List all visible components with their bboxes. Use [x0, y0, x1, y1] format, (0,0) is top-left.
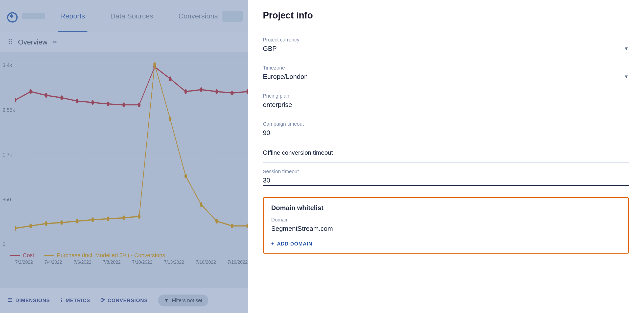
timezone-dropdown-arrow[interactable]: ▼ [624, 74, 629, 80]
svg-point-5 [15, 98, 16, 103]
timezone-value: Europe/London [263, 73, 308, 81]
offline-timeout-field-group: Offline conversion timeout [263, 143, 629, 163]
currency-label: Project currency [263, 37, 629, 43]
svg-point-12 [122, 102, 125, 107]
chart-svg-container [15, 57, 248, 247]
svg-point-7 [45, 93, 48, 98]
y-axis: 3.4k 2.55k 1.7k 850 0 [3, 62, 15, 247]
grid-icon: ⠿ [8, 38, 13, 47]
x-label-5: 7/13/2022 [164, 260, 184, 265]
tab-reports[interactable]: Reports [58, 0, 87, 32]
svg-point-13 [138, 102, 141, 107]
svg-point-26 [91, 217, 94, 222]
pricing-label: Pricing plan [263, 93, 629, 99]
svg-point-30 [153, 62, 156, 67]
domain-whitelist-box: Domain whitelist Domain SegmentStream.co… [263, 197, 629, 254]
timezone-label: Timezone [263, 65, 629, 71]
overview-bar: ⠿ Overview ✏ [0, 32, 248, 52]
logo-area [5, 10, 56, 23]
chart-legend: Cost Purchase (incl. Modelled 5%) - Conv… [10, 252, 165, 259]
currency-value: GBP [263, 45, 277, 53]
timezone-select-row[interactable]: Europe/London ▼ [263, 73, 629, 81]
offline-timeout-label: Offline conversion timeout [263, 149, 629, 156]
y-label-1: 1.7k [3, 152, 15, 158]
x-axis: 7/2/2022 7/4/2022 7/6/2022 7/8/2022 7/10… [15, 260, 248, 265]
metrics-icon: ⫶ [60, 297, 63, 304]
metrics-label: METRICS [66, 298, 90, 303]
svg-point-32 [185, 174, 187, 178]
currency-select-row[interactable]: GBP ▼ [263, 45, 629, 53]
metrics-button[interactable]: ⫶ METRICS [60, 297, 90, 304]
x-label-3: 7/8/2022 [103, 260, 121, 265]
chart-svg [15, 57, 248, 247]
y-label-2: 2.55k [3, 107, 15, 113]
legend-conversions: Purchase (incl. Modelled 5%) - Conversio… [44, 252, 165, 259]
svg-point-6 [29, 89, 32, 94]
svg-point-15 [169, 76, 171, 81]
session-timeout-label: Session timeout [263, 169, 629, 174]
svg-point-21 [15, 226, 16, 231]
legend-cost: Cost [10, 252, 34, 259]
svg-point-31 [169, 117, 171, 122]
campaign-timeout-value: 90 [263, 129, 629, 137]
filter-button[interactable]: ▼ Filters not set [158, 295, 209, 306]
tab-conversions[interactable]: Conversions [176, 0, 220, 32]
session-timeout-field-group: Session timeout [263, 163, 629, 192]
domain-value: SegmentStream.com [271, 225, 620, 236]
x-label-7: 7/19/2022 [227, 260, 248, 265]
pricing-field-group: Pricing plan enterprise [263, 87, 629, 115]
conversions-label: CONVERSIONS [108, 298, 148, 303]
svg-point-18 [215, 89, 218, 94]
svg-point-9 [76, 99, 78, 103]
nav-tabs: Reports Data Sources Conversions [56, 0, 222, 32]
svg-point-29 [138, 214, 141, 219]
svg-point-34 [215, 219, 218, 223]
add-domain-plus-icon: + [271, 241, 274, 247]
y-label-3: 3.4k [3, 62, 15, 68]
timezone-field-group: Timezone Europe/London ▼ [263, 59, 629, 87]
x-label-1: 7/4/2022 [44, 260, 62, 265]
panel-title: Project info [263, 10, 629, 21]
svg-point-19 [231, 91, 234, 95]
left-panel: Reports Data Sources Conversions ⠿ Overv… [0, 0, 248, 313]
x-label-6: 7/16/2022 [196, 260, 216, 265]
svg-point-17 [200, 87, 202, 92]
session-timeout-input[interactable] [263, 176, 629, 186]
logo-text [22, 13, 45, 19]
right-panel: Project info Project currency GBP ▼ Time… [248, 0, 644, 313]
svg-point-35 [231, 223, 234, 228]
dimensions-label: DIMENSIONS [15, 298, 50, 303]
dimensions-button[interactable]: ☰ DIMENSIONS [8, 297, 50, 304]
conversions-icon: ⟳ [100, 297, 105, 304]
filter-icon: ▼ [164, 298, 169, 303]
svg-point-23 [45, 221, 48, 226]
y-label-0: 850 [3, 197, 15, 203]
legend-line-conversions [44, 255, 54, 256]
svg-point-10 [91, 100, 94, 105]
conversions-button[interactable]: ⟳ CONVERSIONS [100, 297, 148, 304]
domain-field-label: Domain [271, 217, 620, 223]
svg-point-33 [200, 202, 202, 207]
add-domain-label: ADD DOMAIN [277, 241, 312, 247]
legend-line-cost [10, 255, 20, 256]
campaign-timeout-label: Campaign timeout [263, 121, 629, 127]
svg-point-16 [185, 89, 187, 94]
nav-right-button[interactable] [222, 11, 243, 22]
add-domain-button[interactable]: + ADD DOMAIN [271, 241, 620, 247]
svg-point-22 [29, 223, 32, 228]
currency-dropdown-arrow[interactable]: ▼ [624, 46, 629, 52]
chart-area: 3.4k 2.55k 1.7k 850 0 [0, 52, 248, 267]
filter-label: Filters not set [172, 298, 202, 303]
legend-label-conversions: Purchase (incl. Modelled 5%) - Conversio… [57, 252, 165, 259]
dimensions-icon: ☰ [8, 297, 13, 304]
svg-point-28 [122, 215, 125, 220]
overview-title: Overview [18, 38, 48, 46]
domain-whitelist-title: Domain whitelist [271, 204, 620, 212]
svg-point-25 [76, 219, 78, 223]
tab-data-sources[interactable]: Data Sources [108, 0, 156, 32]
campaign-timeout-field-group: Campaign timeout 90 [263, 115, 629, 143]
x-label-4: 7/10/2022 [132, 260, 152, 265]
top-nav: Reports Data Sources Conversions [0, 0, 248, 32]
svg-point-24 [60, 220, 63, 225]
edit-icon[interactable]: ✏ [53, 39, 57, 46]
